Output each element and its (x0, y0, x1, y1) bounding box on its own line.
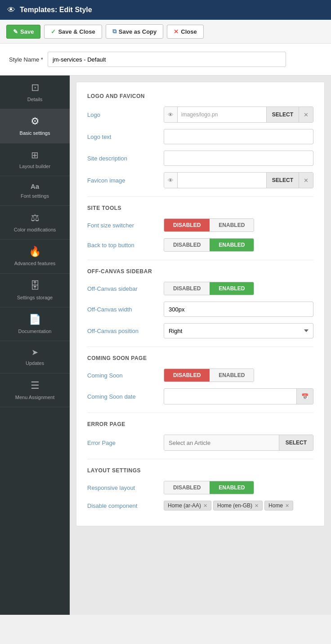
save-check-icon: ✎ (13, 28, 18, 35)
responsive-enabled-btn[interactable]: ENABLED (210, 481, 254, 494)
off-canvas-width-control (164, 302, 313, 317)
sidebar-item-color-modifications[interactable]: ⚖ Color modifications (0, 206, 70, 240)
save-copy-button[interactable]: ⧉ Save as Copy (106, 24, 164, 39)
sidebar-item-layout-builder-label: Layout builder (19, 163, 50, 169)
sidebar-item-advanced-features[interactable]: 🔥 Advanced features (0, 240, 70, 273)
logo-favicon-section-title: LOGO AND FAVICON (87, 93, 313, 99)
coming-soon-toggle: DISABLED ENABLED (164, 369, 254, 382)
sidebar-item-updates-label: Updates (26, 360, 44, 366)
tag-home-en: Home (en-GB) ✕ (213, 501, 263, 511)
calendar-icon[interactable]: 📅 (296, 389, 313, 404)
save-button[interactable]: ✎ Save (6, 25, 40, 39)
font-size-switcher-row: Font size switcher DISABLED ENABLED (87, 218, 313, 232)
off-canvas-sidebar-toggle: DISABLED ENABLED (164, 282, 254, 295)
back-to-top-disabled-btn[interactable]: DISABLED (164, 239, 210, 251)
off-canvas-sidebar-control: DISABLED ENABLED (164, 282, 313, 295)
logo-text-row: Logo text (87, 129, 313, 144)
doc-icon: 📄 (29, 314, 41, 325)
off-canvas-section-title: OFF-CANVAS SIDEBAR (87, 268, 313, 275)
logo-text-control (164, 129, 313, 144)
page-title: Templates: Edit Style (20, 6, 92, 14)
logo-eye-button[interactable]: 👁 (164, 107, 178, 122)
off-canvas-width-label: Off-Canvas width (87, 306, 159, 313)
sidebar-item-advanced-features-label: Advanced features (14, 260, 56, 266)
remove-tag-home[interactable]: ✕ (285, 503, 289, 509)
logo-text-label: Logo text (87, 133, 159, 140)
updates-icon: ➤ (31, 347, 38, 357)
site-desc-input[interactable] (164, 151, 313, 166)
font-size-disabled-btn[interactable]: DISABLED (164, 219, 210, 231)
tag-home: Home ✕ (264, 501, 293, 511)
coming-soon-label: Coming Soon (87, 372, 159, 379)
sidebar-item-documentation-label: Documentation (18, 328, 52, 334)
close-button[interactable]: ✕ Close (167, 25, 203, 39)
off-canvas-disabled-btn[interactable]: DISABLED (164, 282, 210, 295)
coming-soon-enabled-btn[interactable]: ENABLED (210, 369, 254, 382)
layout-settings-section-title: LAYOUT SETTINGS (87, 467, 313, 474)
main-layout: ⊡ Details ⚙ Basic settings ⊞ Layout buil… (0, 76, 331, 615)
remove-tag-home-en[interactable]: ✕ (255, 503, 259, 509)
sidebar-item-documentation[interactable]: 📄 Documentation (0, 307, 70, 341)
favicon-clear-button[interactable]: ✕ (299, 173, 313, 188)
disable-component-row: Disable component Home (ar-AA) ✕ Home (e… (87, 501, 313, 511)
sidebar-item-font-settings[interactable]: Aa Font settings (0, 176, 70, 206)
logo-text-input[interactable] (164, 129, 313, 144)
sliders-icon: ⚖ (31, 212, 40, 224)
remove-tag-home-ar[interactable]: ✕ (203, 503, 207, 509)
back-to-top-label: Back to top button (87, 242, 159, 249)
font-size-enabled-btn[interactable]: ENABLED (210, 219, 254, 231)
favicon-row: Favicon image 👁 SELECT ✕ (87, 172, 313, 188)
off-canvas-enabled-btn[interactable]: ENABLED (210, 282, 254, 295)
responsive-layout-row: Responsive layout DISABLED ENABLED (87, 481, 313, 494)
coming-soon-date-label: Coming Soon date (87, 393, 159, 400)
coming-soon-date-input[interactable] (164, 389, 296, 404)
favicon-control: 👁 SELECT ✕ (164, 172, 313, 188)
off-canvas-width-input[interactable] (164, 302, 313, 317)
logo-clear-button[interactable]: ✕ (299, 107, 313, 122)
sidebar-item-settings-storage-label: Settings storage (17, 294, 53, 301)
off-canvas-position-control: Left Right (164, 323, 313, 338)
error-page-select-button[interactable]: SELECT (279, 435, 313, 450)
favicon-eye-button[interactable]: 👁 (164, 173, 178, 188)
sidebar-item-details[interactable]: ⊡ Details (0, 76, 70, 109)
sidebar-item-menu-assignment[interactable]: ☰ Menu Assignment (0, 373, 70, 407)
logo-row: Logo 👁 images/logo.pn SELECT ✕ (87, 107, 313, 123)
coming-soon-date-row: Coming Soon date 📅 (87, 388, 313, 404)
coming-soon-row: Coming Soon DISABLED ENABLED (87, 369, 313, 382)
font-size-label: Font size switcher (87, 222, 159, 229)
style-name-label: Style Name * (9, 56, 43, 63)
responsive-layout-toggle: DISABLED ENABLED (164, 481, 254, 494)
close-icon: ✕ (174, 28, 179, 35)
site-desc-control (164, 151, 313, 166)
error-page-section-title: ERROR PAGE (87, 421, 313, 427)
off-canvas-position-select[interactable]: Left Right (164, 323, 313, 338)
coming-soon-section-title: COMING SOON PAGE (87, 355, 313, 361)
favicon-input-group: 👁 SELECT ✕ (164, 172, 313, 188)
sidebar-item-color-modifications-label: Color modifications (14, 227, 56, 233)
style-name-input[interactable] (48, 52, 286, 67)
sidebar-item-font-settings-label: Font settings (21, 193, 49, 199)
logo-select-button[interactable]: SELECT (266, 107, 299, 122)
copy-icon: ⧉ (112, 28, 116, 35)
flame-icon: 🔥 (29, 246, 41, 258)
font-size-toggle: DISABLED ENABLED (164, 218, 254, 232)
sidebar-item-layout-builder[interactable]: ⊞ Layout builder (0, 143, 70, 176)
favicon-select-button[interactable]: SELECT (266, 173, 299, 188)
error-page-row: Error Page SELECT (87, 435, 313, 451)
sidebar-item-basic-settings[interactable]: ⚙ Basic settings (0, 109, 70, 143)
responsive-layout-control: DISABLED ENABLED (164, 481, 313, 494)
sidebar-item-basic-settings-label: Basic settings (20, 130, 50, 136)
sidebar-item-settings-storage[interactable]: 🗄 Settings storage (0, 274, 70, 307)
error-page-article-input[interactable] (164, 435, 279, 450)
style-name-row: Style Name * (0, 44, 331, 76)
back-to-top-enabled-btn[interactable]: ENABLED (210, 239, 254, 251)
disable-component-tags: Home (ar-AA) ✕ Home (en-GB) ✕ Home ✕ (164, 501, 313, 511)
site-tools-section-title: SITE TOOLS (87, 205, 313, 211)
coming-soon-disabled-btn[interactable]: DISABLED (164, 369, 210, 382)
responsive-disabled-btn[interactable]: DISABLED (164, 481, 210, 494)
site-desc-row: Site description (87, 151, 313, 166)
toolbar: ✎ Save ✓ Save & Close ⧉ Save as Copy ✕ C… (0, 20, 331, 44)
save-close-button[interactable]: ✓ Save & Close (44, 25, 102, 39)
font-icon: Aa (31, 182, 39, 190)
sidebar-item-updates[interactable]: ➤ Updates (0, 341, 70, 373)
